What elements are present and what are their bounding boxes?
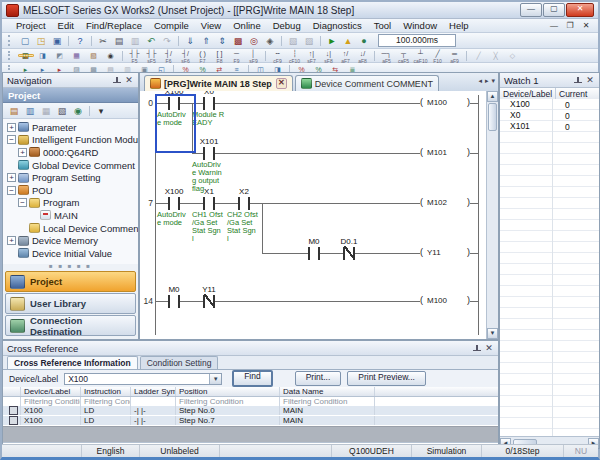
tab-cross-reference-information[interactable]: Cross Reference Information [7,356,138,369]
delete-vertical-line-button[interactable]: ┆cF10 [287,49,303,63]
expand-icon[interactable]: + [7,173,16,182]
collapse-tree-icon[interactable]: ▥ [23,104,38,118]
mdi-close-icon[interactable]: ✕ [580,21,592,30]
device-label-combo[interactable]: X100 ▼ [64,373,222,385]
monitor-status-icon[interactable]: ● [357,34,372,48]
col-device-label[interactable]: Device/Label [21,387,81,396]
ladder-editor[interactable]: 0 X100 AutoDriv e mode X0 Module R EADY … [140,91,487,339]
scroll-down-icon[interactable]: ▼ [487,328,498,339]
tab-ladder-main[interactable]: [PRG]Write MAIN 18 Step ✕ [144,75,293,91]
pause-monitoring-icon[interactable]: ▲ [341,34,356,48]
pin-icon[interactable] [112,76,121,85]
tree-item-intelligent-function-module[interactable]: − Intelligent Function Module [3,134,138,147]
refresh-nav-icon[interactable]: ◉ [71,104,86,118]
print-preview-button[interactable]: Print Preview... [347,371,426,386]
menu-find-replace[interactable]: Find/Replace [80,20,148,31]
splitter-handle[interactable]: ■ ■ ■ ■ ■ [3,264,138,270]
delete-horizontal-line-button[interactable]: ╌cF9 [270,49,286,63]
mdi-restore-icon[interactable]: ❐ [564,21,576,30]
copy-nav-icon[interactable]: ▧ [55,104,70,118]
open-contact-branch-button[interactable]: ┤├sF5 [144,49,160,63]
watch-row-x100[interactable]: X100 0 [500,99,599,110]
falling-pulse-close-button[interactable]: ↓/aF8 [355,49,371,63]
device-batch-monitor-icon[interactable]: ◎ [247,34,262,48]
project-view-button[interactable]: Project [5,271,136,292]
watch-grid[interactable]: X100 0 X0 0 X101 0 [500,99,599,436]
col-ladder-symbol[interactable]: Ladder Symbol [131,387,176,396]
scrollbar-thumb[interactable] [488,103,497,131]
tree-item-pou[interactable]: − POU [3,184,138,197]
print-button[interactable]: Print... [295,371,342,386]
coil-m100[interactable]: (M100) [420,97,470,109]
menu-window[interactable]: Window [397,20,443,31]
verify-with-plc-icon[interactable]: ⇕ [215,34,230,48]
filter-row[interactable]: Filtering Condition Filtering Condit... … [3,397,498,406]
watch-row-x101[interactable]: X101 0 [500,121,599,132]
tab-close-icon[interactable]: ✕ [276,78,287,89]
close-button[interactable]: ✕ [566,3,594,17]
rising-pulse-button[interactable]: ↑|sF7 [304,49,320,63]
open-project-icon[interactable]: ◳ [34,34,49,48]
collapse-icon[interactable]: − [7,186,16,195]
pin-icon[interactable] [472,344,481,353]
output-window-icon[interactable]: ◩ [52,49,68,63]
maximize-button[interactable]: ▢ [543,3,565,17]
rising-pulse-close-button[interactable]: ↑/aF7 [338,49,354,63]
col-instruction[interactable]: Instruction [81,387,131,396]
col-position[interactable]: Position [176,387,280,396]
menu-edit[interactable]: Edit [52,20,80,31]
zoom-icon[interactable]: ◉ [103,49,119,63]
cross-reference-row[interactable]: X100 LD -| |- Step No.7 MAIN [3,416,498,426]
scroll-up-icon[interactable]: ▲ [487,91,498,102]
write-to-plc-icon[interactable]: ⇓ [183,34,198,48]
tree-item-parameter[interactable]: + Parameter [3,121,138,134]
tab-device-comment[interactable]: Device Comment COMMENT [295,75,439,91]
menu-diagnostics[interactable]: Diagnostics [307,20,368,31]
falling-pulse-button[interactable]: ↓|sF8 [321,49,337,63]
toolbar-grip[interactable] [8,51,14,60]
minimize-button[interactable]: — [520,3,542,17]
close-icon[interactable]: ✕ [484,344,494,353]
operation-result-falling-button[interactable]: ┴caF10 [413,49,429,63]
chevron-down-icon[interactable]: ▼ [209,374,221,384]
plc-diagnostics-icon[interactable]: ▩ [231,34,246,48]
closed-contact-branch-button[interactable]: ┤/sF6 [178,49,194,63]
menu-debug[interactable]: Debug [267,20,307,31]
read-from-plc-icon[interactable]: ⇑ [199,34,214,48]
save-project-icon[interactable]: ▣ [50,34,65,48]
intelligent-function-module-monitor-icon[interactable]: ▦ [69,49,85,63]
tree-item-program-setting[interactable]: + Program Setting [3,171,138,184]
user-library-button[interactable]: User Library [5,293,136,314]
menu-project[interactable]: Project [10,20,52,31]
menu-help[interactable]: Help [443,20,475,31]
operation-result-rising-button[interactable]: ┬caF5 [396,49,412,63]
undo-icon[interactable]: ↶ [144,34,159,48]
close-icon[interactable]: ✕ [124,76,134,85]
invert-result-button[interactable]: ╱F10 [430,49,446,63]
tree-item-local-device-comment[interactable]: Local Device Comment [3,222,138,235]
tree-item-main[interactable]: MAIN [3,209,138,222]
collapse-icon[interactable]: − [7,135,16,144]
close-icon[interactable]: ✕ [585,76,595,85]
tab-list-icon[interactable]: ▾ [491,77,495,85]
tree-item-program[interactable]: − Program [3,197,138,210]
tree-item-global-device-comment[interactable]: Global Device Comment [3,159,138,172]
coil-m102[interactable]: (M102) [420,197,470,209]
new-project-icon[interactable]: ▢ [18,34,33,48]
expand-icon[interactable]: + [7,123,16,132]
tree-item-q64rd[interactable]: + 0000:Q64RD [3,146,138,159]
tab-scroll-right-icon[interactable]: ▸ [485,77,489,85]
horizontal-line-button[interactable]: ─F9 [229,49,245,63]
cross-reference-icon[interactable]: ◈ [263,34,278,48]
sort-filter-icon[interactable]: ▾ [94,104,109,118]
expand-icon[interactable]: + [18,148,27,157]
application-instruction-button[interactable]: [ ]F8 [212,49,228,63]
menu-view[interactable]: View [195,20,227,31]
find-button[interactable]: Find [232,370,273,387]
cross-reference-row[interactable]: X100 LD -| |- Step No.0 MAIN [3,406,498,416]
start-monitoring-icon[interactable]: ► [325,34,340,48]
horizontal-line-input-button[interactable]: ═aF9 [447,49,463,63]
coil-y11[interactable]: (Y11) [420,247,470,259]
tab-condition-setting[interactable]: Condition Setting [140,356,219,369]
watch-window-icon[interactable]: ◫ [18,54,34,57]
